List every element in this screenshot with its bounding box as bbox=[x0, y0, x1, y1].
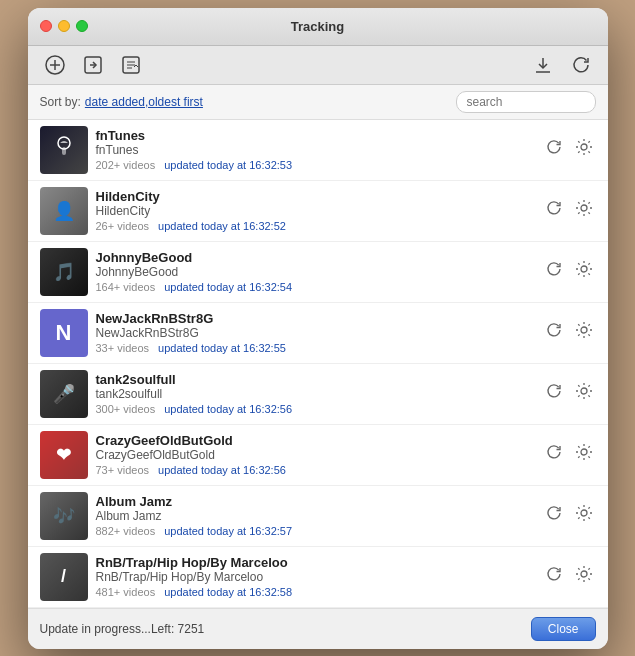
traffic-lights bbox=[40, 20, 88, 32]
svg-rect-11 bbox=[62, 147, 66, 155]
sort-value[interactable]: date added,oldest first bbox=[85, 95, 203, 109]
channel-meta: 73+ videos updated today at 16:32:56 bbox=[96, 464, 534, 476]
channel-actions bbox=[542, 196, 596, 225]
settings-channel-button[interactable] bbox=[572, 379, 596, 408]
refresh-channel-button[interactable] bbox=[542, 196, 566, 225]
channel-info: CrazyGeefOldButGold CrazyGeefOldButGold … bbox=[96, 433, 534, 476]
search-input[interactable] bbox=[456, 91, 596, 113]
settings-channel-button[interactable] bbox=[572, 196, 596, 225]
settings-channel-button[interactable] bbox=[572, 318, 596, 347]
add-button[interactable] bbox=[40, 52, 70, 78]
channel-meta: 33+ videos updated today at 16:32:55 bbox=[96, 342, 534, 354]
list-item: fnTunes fnTunes 202+ videos updated toda… bbox=[28, 120, 608, 181]
channel-handle: tank2soulfull bbox=[96, 387, 534, 401]
close-traffic-light[interactable] bbox=[40, 20, 52, 32]
list-item: 🎤 tank2soulfull tank2soulfull 300+ video… bbox=[28, 364, 608, 425]
channel-thumbnail: 🎤 bbox=[40, 370, 88, 418]
channel-meta: 26+ videos updated today at 16:32:52 bbox=[96, 220, 534, 232]
channel-thumbnail: N bbox=[40, 309, 88, 357]
update-time: updated today at 16:32:55 bbox=[158, 342, 286, 354]
refresh-channel-button[interactable] bbox=[542, 562, 566, 591]
channel-info: JohnnyBeGood JohnnyBeGood 164+ videos up… bbox=[96, 250, 534, 293]
svg-point-18 bbox=[581, 510, 587, 516]
video-count: 26+ videos bbox=[96, 220, 150, 232]
channel-name: Album Jamz bbox=[96, 494, 534, 509]
sort-label: Sort by: bbox=[40, 95, 81, 109]
channel-meta: 164+ videos updated today at 16:32:54 bbox=[96, 281, 534, 293]
refresh-channel-button[interactable] bbox=[542, 501, 566, 530]
channel-handle: Album Jamz bbox=[96, 509, 534, 523]
channel-meta: 481+ videos updated today at 16:32:58 bbox=[96, 586, 534, 598]
window-title: Tracking bbox=[291, 19, 344, 34]
channel-actions bbox=[542, 257, 596, 286]
refresh-channel-button[interactable] bbox=[542, 379, 566, 408]
settings-channel-button[interactable] bbox=[572, 562, 596, 591]
update-time: updated today at 16:32:57 bbox=[164, 525, 292, 537]
channel-handle: NewJackRnBStr8G bbox=[96, 326, 534, 340]
update-time: updated today at 16:32:52 bbox=[158, 220, 286, 232]
channel-handle: JohnnyBeGood bbox=[96, 265, 534, 279]
channel-list: fnTunes fnTunes 202+ videos updated toda… bbox=[28, 120, 608, 608]
video-count: 73+ videos bbox=[96, 464, 150, 476]
status-text: Update in progress...Left: 7251 bbox=[40, 622, 523, 636]
channel-actions bbox=[542, 562, 596, 591]
update-time: updated today at 16:32:58 bbox=[164, 586, 292, 598]
minimize-traffic-light[interactable] bbox=[58, 20, 70, 32]
channel-meta: 300+ videos updated today at 16:32:56 bbox=[96, 403, 534, 415]
list-item: N NewJackRnBStr8G NewJackRnBStr8G 33+ vi… bbox=[28, 303, 608, 364]
channel-actions bbox=[542, 501, 596, 530]
toolbar bbox=[28, 46, 608, 85]
channel-meta: 882+ videos updated today at 16:32:57 bbox=[96, 525, 534, 537]
refresh-channel-button[interactable] bbox=[542, 257, 566, 286]
channel-actions bbox=[542, 440, 596, 469]
settings-channel-button[interactable] bbox=[572, 501, 596, 530]
list-item: 👤 HildenCity HildenCity 26+ videos updat… bbox=[28, 181, 608, 242]
channel-info: fnTunes fnTunes 202+ videos updated toda… bbox=[96, 128, 534, 171]
channel-actions bbox=[542, 318, 596, 347]
refresh-channel-button[interactable] bbox=[542, 318, 566, 347]
channel-name: CrazyGeefOldButGold bbox=[96, 433, 534, 448]
settings-channel-button[interactable] bbox=[572, 257, 596, 286]
edit-button[interactable] bbox=[116, 52, 146, 78]
list-item: / RnB/Trap/Hip Hop/By Marceloo RnB/Trap/… bbox=[28, 547, 608, 608]
video-count: 882+ videos bbox=[96, 525, 156, 537]
svg-point-16 bbox=[581, 388, 587, 394]
download-all-button[interactable] bbox=[528, 52, 558, 78]
channel-thumbnail bbox=[40, 126, 88, 174]
channel-thumbnail: ❤ bbox=[40, 431, 88, 479]
list-item: ❤ CrazyGeefOldButGold CrazyGeefOldButGol… bbox=[28, 425, 608, 486]
channel-handle: CrazyGeefOldButGold bbox=[96, 448, 534, 462]
svg-point-19 bbox=[581, 571, 587, 577]
channel-info: tank2soulfull tank2soulfull 300+ videos … bbox=[96, 372, 534, 415]
channel-name: NewJackRnBStr8G bbox=[96, 311, 534, 326]
channel-info: RnB/Trap/Hip Hop/By Marceloo RnB/Trap/Hi… bbox=[96, 555, 534, 598]
channel-actions bbox=[542, 379, 596, 408]
channel-info: HildenCity HildenCity 26+ videos updated… bbox=[96, 189, 534, 232]
channel-thumbnail: 🎶 bbox=[40, 492, 88, 540]
status-bar: Update in progress...Left: 7251 Close bbox=[28, 608, 608, 649]
update-time: updated today at 16:32:56 bbox=[158, 464, 286, 476]
channel-handle: RnB/Trap/Hip Hop/By Marceloo bbox=[96, 570, 534, 584]
channel-thumbnail: / bbox=[40, 553, 88, 601]
channel-meta: 202+ videos updated today at 16:32:53 bbox=[96, 159, 534, 171]
tracking-window: Tracking bbox=[28, 8, 608, 649]
video-count: 300+ videos bbox=[96, 403, 156, 415]
channel-name: JohnnyBeGood bbox=[96, 250, 534, 265]
settings-channel-button[interactable] bbox=[572, 135, 596, 164]
channel-info: NewJackRnBStr8G NewJackRnBStr8G 33+ vide… bbox=[96, 311, 534, 354]
svg-point-17 bbox=[581, 449, 587, 455]
sort-bar: Sort by: date added,oldest first bbox=[28, 85, 608, 120]
channel-thumbnail: 🎵 bbox=[40, 248, 88, 296]
update-time: updated today at 16:32:56 bbox=[164, 403, 292, 415]
close-button[interactable]: Close bbox=[531, 617, 596, 641]
channel-info: Album Jamz Album Jamz 882+ videos update… bbox=[96, 494, 534, 537]
refresh-channel-button[interactable] bbox=[542, 135, 566, 164]
export-button[interactable] bbox=[78, 52, 108, 78]
settings-channel-button[interactable] bbox=[572, 440, 596, 469]
video-count: 481+ videos bbox=[96, 586, 156, 598]
maximize-traffic-light[interactable] bbox=[76, 20, 88, 32]
channel-name: HildenCity bbox=[96, 189, 534, 204]
refresh-all-button[interactable] bbox=[566, 52, 596, 78]
refresh-channel-button[interactable] bbox=[542, 440, 566, 469]
channel-thumbnail: 👤 bbox=[40, 187, 88, 235]
